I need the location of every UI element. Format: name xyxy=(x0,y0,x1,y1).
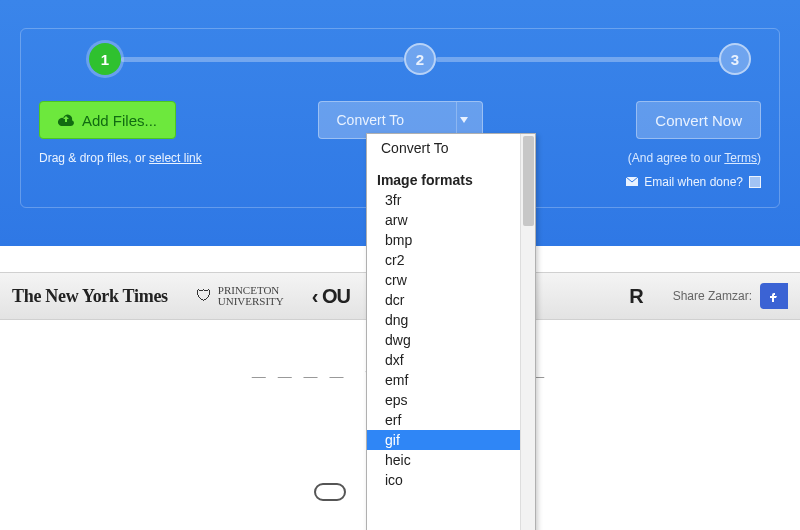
partner-logo-cropped-left: ‹ OU xyxy=(312,285,350,308)
format-option[interactable]: crw xyxy=(367,270,520,290)
format-option[interactable]: eps xyxy=(367,390,520,410)
princeton-bottom: UNIVERSITY xyxy=(218,296,284,307)
format-option[interactable]: bmp xyxy=(367,230,520,250)
envelope-icon xyxy=(626,175,638,189)
format-option[interactable]: ico xyxy=(367,470,520,490)
nytimes-logo: The New York Times xyxy=(12,286,168,307)
select-link[interactable]: select link xyxy=(149,151,202,165)
format-option[interactable]: dng xyxy=(367,310,520,330)
step-3-badge: 3 xyxy=(719,43,751,75)
format-option[interactable]: emf xyxy=(367,370,520,390)
format-option[interactable]: 3fr xyxy=(367,190,520,210)
step-3-column: Convert Now (And agree to our Terms) Ema… xyxy=(501,101,761,189)
format-option[interactable]: erf xyxy=(367,410,520,430)
dropdown-title: Convert To xyxy=(367,138,520,158)
upload-icon xyxy=(58,112,74,129)
terms-prefix: (And agree to our xyxy=(628,151,725,165)
convert-to-label: Convert To xyxy=(337,112,404,128)
drag-drop-prefix: Drag & drop files, or xyxy=(39,151,149,165)
email-when-done-label: Email when done? xyxy=(644,175,743,189)
dropdown-list[interactable]: Convert To Image formats 3fr arw bmp cr2… xyxy=(367,134,520,530)
email-checkbox[interactable] xyxy=(749,176,761,188)
dropdown-scrollbar[interactable] xyxy=(520,134,535,530)
press-logos: The New York Times 🛡 PRINCETON UNIVERSIT… xyxy=(12,285,350,308)
format-option[interactable]: arw xyxy=(367,210,520,230)
format-option[interactable]: dxf xyxy=(367,350,520,370)
convert-now-button[interactable]: Convert Now xyxy=(636,101,761,139)
convert-now-label: Convert Now xyxy=(655,112,742,129)
facebook-like-button[interactable] xyxy=(760,283,788,309)
scrollbar-thumb[interactable] xyxy=(523,136,534,226)
princeton-logo: 🛡 PRINCETON UNIVERSITY xyxy=(196,285,284,307)
format-option[interactable]: cr2 xyxy=(367,250,520,270)
terms-link[interactable]: Terms xyxy=(724,151,757,165)
princeton-text: PRINCETON UNIVERSITY xyxy=(218,285,284,307)
share-row: Share Zamzar: xyxy=(673,283,788,309)
convert-to-dropdown: Convert To Image formats 3fr arw bmp cr2… xyxy=(366,133,536,530)
dash-left: — — — — xyxy=(252,368,348,384)
drag-drop-text: Drag & drop files, or select link xyxy=(39,151,202,165)
add-files-label: Add Files... xyxy=(82,112,157,129)
step-1-badge: 1 xyxy=(89,43,121,75)
terms-text: (And agree to our Terms) xyxy=(628,151,761,165)
step-1-column: Add Files... Drag & drop files, or selec… xyxy=(39,101,299,165)
shield-icon: 🛡 xyxy=(196,288,212,304)
format-option[interactable]: heic xyxy=(367,450,520,470)
track-segment xyxy=(121,57,404,62)
step-2-badge: 2 xyxy=(404,43,436,75)
format-option[interactable]: dwg xyxy=(367,330,520,350)
track-segment xyxy=(436,57,719,62)
step-progress: 1 2 3 xyxy=(39,29,761,101)
format-option-highlighted[interactable]: gif xyxy=(367,430,520,450)
partner-logo-cropped-right: R xyxy=(629,285,642,308)
terms-suffix: ) xyxy=(757,151,761,165)
dropdown-group-header: Image formats xyxy=(367,166,520,190)
capsule-shape xyxy=(314,483,346,501)
share-label: Share Zamzar: xyxy=(673,289,752,303)
format-option[interactable]: dcr xyxy=(367,290,520,310)
add-files-button[interactable]: Add Files... xyxy=(39,101,176,139)
email-when-done-row[interactable]: Email when done? xyxy=(626,175,761,189)
